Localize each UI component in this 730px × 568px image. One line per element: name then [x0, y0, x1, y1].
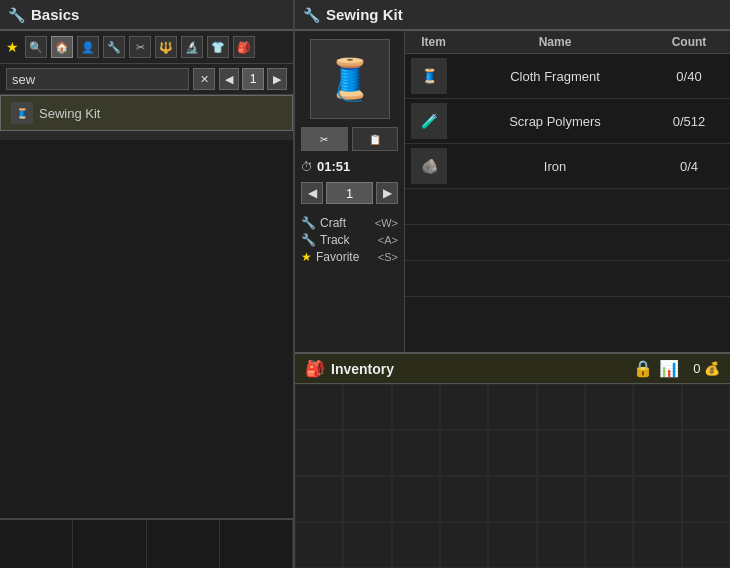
- inv-cell-2-1[interactable]: [295, 430, 343, 476]
- inv-cell-1-1[interactable]: [295, 384, 343, 430]
- quantity-value: 1: [326, 182, 373, 204]
- cloth-fragment-count: 0/40: [654, 69, 724, 84]
- craft-tab-scissors[interactable]: ✂: [301, 127, 348, 151]
- favorite-action-label: ★ Favorite: [301, 250, 359, 264]
- search-input[interactable]: [6, 68, 189, 90]
- inventory-sort-icon[interactable]: 📊: [659, 359, 679, 378]
- inventory-actions: 🔒 📊: [633, 359, 679, 378]
- inv-cell-3-4[interactable]: [440, 476, 488, 522]
- iron-icon: 🪨: [411, 148, 447, 184]
- item-preview: 🧵: [310, 39, 390, 119]
- inv-cell-2-8[interactable]: [633, 430, 681, 476]
- ingredients-table: Item Name Count 🧵 Cloth Fragment 0/40 🧪 …: [405, 31, 730, 352]
- inv-cell-1-2[interactable]: [343, 384, 391, 430]
- inv-cell-4-7[interactable]: [585, 522, 633, 568]
- inv-cell-3-3[interactable]: [392, 476, 440, 522]
- cloth-fragment-icon: 🧵: [411, 58, 447, 94]
- inv-cell-1-8[interactable]: [633, 384, 681, 430]
- category-wrench-icon[interactable]: 🔧: [103, 36, 125, 58]
- inv-cell-4-8[interactable]: [633, 522, 681, 568]
- timer-icon: ⏱: [301, 160, 313, 174]
- inv-cell-2-9[interactable]: [682, 430, 730, 476]
- inv-cell-3-9[interactable]: [682, 476, 730, 522]
- craft-action-text: Craft: [320, 216, 346, 230]
- qty-decrease-button[interactable]: ◀: [301, 182, 323, 204]
- category-person-icon[interactable]: 👤: [77, 36, 99, 58]
- category-home-icon[interactable]: 🏠: [51, 36, 73, 58]
- inv-cell-4-1[interactable]: [295, 522, 343, 568]
- nav-next-button[interactable]: ▶: [267, 68, 287, 90]
- left-panel-header: 🔧 Basics: [0, 0, 293, 31]
- bottom-slot-4[interactable]: [220, 520, 293, 568]
- craft-action-icon: 🔧: [301, 216, 316, 230]
- inv-cell-3-2[interactable]: [343, 476, 391, 522]
- ingredient-row-scrap: 🧪 Scrap Polymers 0/512: [405, 99, 730, 144]
- inv-cell-2-7[interactable]: [585, 430, 633, 476]
- inventory-section: 🎒 Inventory 🔒 📊 0 💰: [295, 352, 730, 568]
- bottom-slot-2[interactable]: [73, 520, 146, 568]
- inv-cell-3-8[interactable]: [633, 476, 681, 522]
- favorite-action-key: <S>: [378, 251, 398, 263]
- inv-cell-3-7[interactable]: [585, 476, 633, 522]
- inv-cell-4-9[interactable]: [682, 522, 730, 568]
- sewing-kit-wrench-icon: 🔧: [303, 7, 320, 23]
- inv-cell-1-4[interactable]: [440, 384, 488, 430]
- recipe-item-icon: 🧵: [11, 102, 33, 124]
- nav-prev-button[interactable]: ◀: [219, 68, 239, 90]
- inv-cell-4-5[interactable]: [488, 522, 536, 568]
- inv-cell-2-4[interactable]: [440, 430, 488, 476]
- clear-search-button[interactable]: ✕: [193, 68, 215, 90]
- quantity-row: ◀ 1 ▶: [301, 182, 398, 204]
- basics-title: Basics: [31, 6, 79, 23]
- category-microscope-icon[interactable]: 🔬: [181, 36, 203, 58]
- bottom-slot-3[interactable]: [147, 520, 220, 568]
- track-action-icon: 🔧: [301, 233, 316, 247]
- favorite-filter-icon[interactable]: ★: [6, 39, 19, 55]
- currency-icon: 💰: [704, 361, 720, 376]
- inv-cell-1-6[interactable]: [537, 384, 585, 430]
- category-shirt-icon[interactable]: 👕: [207, 36, 229, 58]
- inv-cell-4-2[interactable]: [343, 522, 391, 568]
- inv-cell-1-9[interactable]: [682, 384, 730, 430]
- inventory-title: Inventory: [331, 361, 627, 377]
- inv-cell-2-3[interactable]: [392, 430, 440, 476]
- inv-cell-3-1[interactable]: [295, 476, 343, 522]
- inv-cell-1-7[interactable]: [585, 384, 633, 430]
- favorite-action-icon: ★: [301, 250, 312, 264]
- inv-cell-1-3[interactable]: [392, 384, 440, 430]
- track-action-text: Track: [320, 233, 350, 247]
- category-backpack-icon[interactable]: 🎒: [233, 36, 255, 58]
- search-bar: ✕ ◀ 1 ▶: [0, 64, 293, 95]
- recipe-slot-empty-9: [0, 139, 293, 140]
- qty-increase-button[interactable]: ▶: [376, 182, 398, 204]
- track-action-key: <A>: [378, 234, 398, 246]
- inv-cell-2-2[interactable]: [343, 430, 391, 476]
- craft-tab-list[interactable]: 📋: [352, 127, 399, 151]
- basics-wrench-icon: 🔧: [8, 7, 25, 23]
- inv-cell-1-5[interactable]: [488, 384, 536, 430]
- recipe-item-sewing-kit[interactable]: 🧵 Sewing Kit: [0, 95, 293, 131]
- category-trident-icon[interactable]: 🔱: [155, 36, 177, 58]
- track-action-row[interactable]: 🔧 Track <A>: [301, 233, 398, 247]
- inv-cell-4-3[interactable]: [392, 522, 440, 568]
- recipe-list: 🧵 Sewing Kit: [0, 95, 293, 518]
- inv-cell-4-6[interactable]: [537, 522, 585, 568]
- balance-amount: 0: [693, 361, 700, 376]
- scrap-polymers-count: 0/512: [654, 114, 724, 129]
- inv-cell-3-6[interactable]: [537, 476, 585, 522]
- inv-cell-4-4[interactable]: [440, 522, 488, 568]
- nav-arrows: ◀ 1 ▶: [219, 68, 287, 90]
- inv-cell-2-5[interactable]: [488, 430, 536, 476]
- favorite-action-row[interactable]: ★ Favorite <S>: [301, 250, 398, 264]
- bottom-slot-1[interactable]: [0, 520, 73, 568]
- inv-cell-3-5[interactable]: [488, 476, 536, 522]
- inventory-lock-icon[interactable]: 🔒: [633, 359, 653, 378]
- left-panel: 🔧 Basics ★ 🔍 🏠 👤 🔧 ✂ 🔱 🔬 👕 🎒 ✕ ◀ 1 ▶: [0, 0, 295, 568]
- inv-cell-2-6[interactable]: [537, 430, 585, 476]
- scrap-polymers-name: Scrap Polymers: [456, 114, 654, 129]
- category-scissors-icon[interactable]: ✂: [129, 36, 151, 58]
- craft-action-row[interactable]: 🔧 Craft <W>: [301, 216, 398, 230]
- favorite-action-text: Favorite: [316, 250, 359, 264]
- scrap-polymers-icon: 🧪: [411, 103, 447, 139]
- category-search-icon[interactable]: 🔍: [25, 36, 47, 58]
